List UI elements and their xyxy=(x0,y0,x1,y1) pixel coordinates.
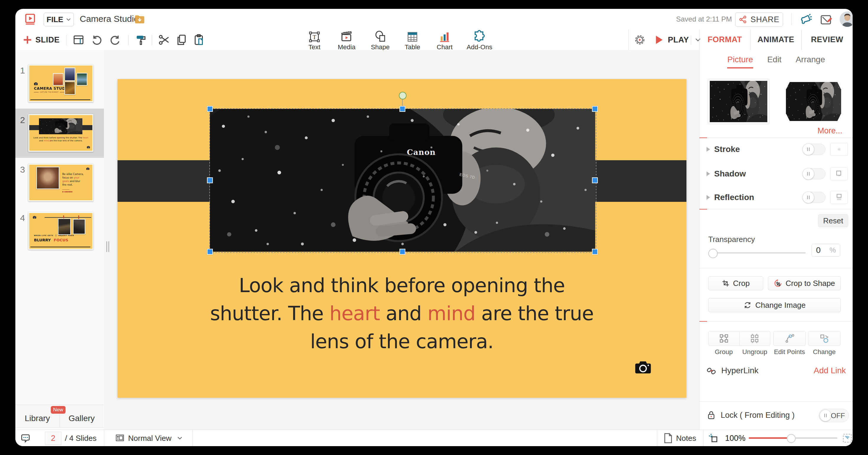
lock-label: Lock ( From Editing ) xyxy=(721,411,795,420)
zoom-knob[interactable] xyxy=(787,434,796,443)
insert-table-button[interactable]: Table xyxy=(398,30,427,51)
reflection-style-box[interactable] xyxy=(830,191,848,204)
fit-screen-icon xyxy=(842,433,852,444)
slide3-text: Be alike Camera, focus on your goals and… xyxy=(62,172,84,187)
resize-handle-ne[interactable] xyxy=(592,106,598,112)
document-title[interactable]: Camera Studio xyxy=(80,14,139,24)
group-button[interactable] xyxy=(708,331,740,346)
expand-triangle-icon[interactable] xyxy=(707,171,710,176)
format-subtabs: Picture Edit Arrange xyxy=(700,55,852,68)
picture-style-plain[interactable] xyxy=(708,79,769,124)
crop-to-shape-button[interactable]: Crop to Shape xyxy=(768,276,841,290)
transparency-unit: % xyxy=(830,246,836,254)
rotation-handle[interactable] xyxy=(399,92,407,99)
comments-button[interactable] xyxy=(20,432,31,443)
crop-button[interactable]: Crop xyxy=(708,276,763,290)
notes-button[interactable]: Notes xyxy=(676,434,696,443)
slide-surface[interactable]: Canon EOS 7D Look and think before openi… xyxy=(118,79,686,398)
slide-thumbnail-3[interactable]: Be alike Camera, focus on your goals and… xyxy=(28,164,93,201)
change-image-button[interactable]: Change Image xyxy=(708,298,841,312)
stroke-style-box[interactable] xyxy=(830,143,848,156)
resize-handle-se[interactable] xyxy=(592,249,598,255)
share-button[interactable]: SHARE xyxy=(735,12,783,27)
slide2-quote-mini: Look and think before opening the shutte… xyxy=(32,136,89,142)
reset-button[interactable]: Reset xyxy=(818,214,848,227)
add-slide-button[interactable]: SLIDE xyxy=(23,30,60,50)
tab-format[interactable]: FORMAT xyxy=(700,30,750,50)
feedback-icon[interactable] xyxy=(820,13,833,26)
resize-handle-w[interactable] xyxy=(207,177,213,183)
slide-panel: 1 CAMERA STUDIO CAPTURE THE MOMENT 2 Loo… xyxy=(16,50,104,430)
play-button[interactable]: PLAY xyxy=(655,30,689,50)
shadow-style-box[interactable] xyxy=(830,167,848,180)
transparency-knob[interactable] xyxy=(708,249,718,258)
reflection-toggle[interactable] xyxy=(802,192,826,203)
zoom-slider[interactable] xyxy=(749,437,837,439)
slide-thumbnail-4[interactable]: WHEN LIFE GETSADJUST YOUR BLURRYFOCUS xyxy=(28,212,93,250)
move-to-folder-icon[interactable] xyxy=(135,14,145,24)
edit-points-button[interactable] xyxy=(773,331,806,346)
snap-grid-button[interactable] xyxy=(708,433,719,444)
resize-handle-s[interactable] xyxy=(399,249,405,255)
media-icon xyxy=(333,30,361,43)
more-styles-link[interactable]: More... xyxy=(817,126,842,135)
transparency-value-field[interactable]: 0 % xyxy=(812,244,840,257)
redo-button[interactable] xyxy=(109,30,121,50)
change-shape-cell: Change xyxy=(808,331,841,356)
transparency-slider[interactable] xyxy=(708,249,806,257)
sidebar-resize-handle[interactable] xyxy=(106,241,111,252)
insert-chart-button[interactable]: Chart xyxy=(430,30,459,51)
user-avatar[interactable] xyxy=(840,11,852,27)
resize-handle-e[interactable] xyxy=(592,177,598,183)
text-tool-icon: T xyxy=(300,30,329,43)
camera-glyph-icon xyxy=(87,146,90,149)
subtab-picture[interactable]: Picture xyxy=(727,55,753,68)
slide-thumbnail-1[interactable]: CAMERA STUDIO CAPTURE THE MOMENT xyxy=(28,65,93,102)
insert-addons-button[interactable]: Add-Ons xyxy=(465,30,494,51)
sidebar-bottom-tabs: Library New Gallery xyxy=(16,404,104,428)
divider xyxy=(66,35,66,45)
picture-style-frame[interactable] xyxy=(783,79,844,124)
tab-animate[interactable]: ANIMATE xyxy=(751,30,801,50)
shadow-toggle[interactable] xyxy=(802,168,826,180)
divider xyxy=(192,430,193,446)
resize-handle-n[interactable] xyxy=(399,106,405,112)
subtab-arrange[interactable]: Arrange xyxy=(796,55,825,68)
tab-review[interactable]: REVIEW xyxy=(802,30,852,50)
slide-layout-button[interactable] xyxy=(73,30,85,50)
subtab-edit[interactable]: Edit xyxy=(767,55,781,68)
copy-button[interactable] xyxy=(175,30,188,50)
insert-media-button[interactable]: Media xyxy=(333,30,361,51)
change-shape-button[interactable] xyxy=(808,331,841,346)
resize-handle-nw[interactable] xyxy=(207,106,213,112)
camera-glyph-icon xyxy=(33,216,36,219)
slideshow-settings-button[interactable] xyxy=(633,30,646,50)
slide-quote-text[interactable]: Look and think before opening the shutte… xyxy=(189,271,614,356)
ungroup-button[interactable] xyxy=(740,331,771,346)
slide1-photo-insect xyxy=(64,82,75,95)
add-link-button[interactable]: Add Link xyxy=(814,366,846,375)
crop-to-shape-label: Crop to Shape xyxy=(786,279,835,288)
slide-thumbnail-2[interactable]: Look and think before opening the shutte… xyxy=(28,114,93,152)
undo-button[interactable] xyxy=(91,30,103,50)
reflection-row: Reflection xyxy=(707,190,846,205)
view-mode-selector[interactable]: Normal View xyxy=(128,434,172,443)
tab-gallery[interactable]: Gallery xyxy=(60,405,104,427)
insert-text-button[interactable]: T Text xyxy=(300,30,329,51)
announcements-icon[interactable] xyxy=(800,13,813,26)
fit-to-screen-button[interactable] xyxy=(842,433,852,444)
current-slide-input[interactable]: 2 xyxy=(45,432,61,445)
cut-button[interactable] xyxy=(158,30,170,50)
expand-triangle-icon[interactable] xyxy=(707,195,710,200)
file-menu-button[interactable]: FILE xyxy=(44,13,74,26)
format-painter-button[interactable] xyxy=(135,30,147,50)
stroke-toggle[interactable] xyxy=(802,144,826,155)
paste-button[interactable] xyxy=(193,30,206,50)
expand-triangle-icon[interactable] xyxy=(707,147,710,152)
tab-library[interactable]: Library New xyxy=(16,405,60,427)
editing-canvas[interactable]: Canon EOS 7D Look and think before openi… xyxy=(104,50,699,430)
lock-toggle[interactable]: OFF xyxy=(819,409,849,422)
slide-number: 1 xyxy=(20,66,25,75)
insert-shape-button[interactable]: Shape xyxy=(366,30,395,51)
resize-handle-sw[interactable] xyxy=(207,249,213,255)
